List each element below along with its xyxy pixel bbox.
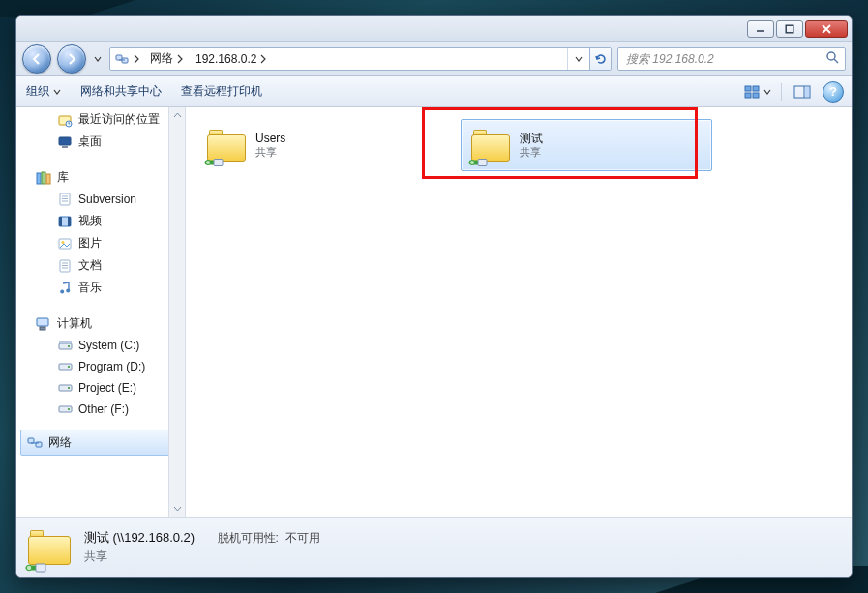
view-remote-printers-button[interactable]: 查看远程打印机 bbox=[179, 79, 264, 104]
forward-button[interactable] bbox=[57, 44, 86, 74]
svg-rect-53 bbox=[214, 160, 223, 166]
command-bar: 组织 网络和共享中心 查看远程打印机 ? bbox=[16, 76, 852, 107]
videos-icon bbox=[57, 214, 73, 229]
tree-label: 图片 bbox=[78, 235, 102, 252]
svg-rect-45 bbox=[59, 385, 72, 391]
minimize-button[interactable] bbox=[747, 20, 774, 38]
file-subtitle: 共享 bbox=[255, 146, 285, 160]
shared-folder-icon bbox=[207, 126, 246, 164]
file-subtitle: 共享 bbox=[520, 146, 543, 160]
svg-rect-28 bbox=[59, 217, 62, 226]
tree-item-subversion[interactable]: Subversion bbox=[16, 189, 185, 210]
details-status-label: 脱机可用性: bbox=[218, 531, 279, 545]
tree-item-drive-d[interactable]: Program (D:) bbox=[16, 356, 185, 377]
maximize-button[interactable] bbox=[776, 20, 803, 38]
tree-item-drive-f[interactable]: Other (F:) bbox=[16, 399, 185, 420]
search-icon bbox=[825, 50, 839, 68]
svg-rect-46 bbox=[68, 387, 70, 389]
file-name: 测试 bbox=[520, 132, 543, 146]
svg-rect-2 bbox=[116, 55, 122, 60]
tree-item-drive-c[interactable]: System (C:) bbox=[16, 335, 185, 356]
cmd-label: 网络和共享中心 bbox=[80, 83, 162, 100]
svg-rect-20 bbox=[37, 173, 41, 184]
tree-label: 计算机 bbox=[57, 315, 92, 332]
tree-item-computer[interactable]: 计算机 bbox=[16, 312, 185, 335]
tree-item-music[interactable]: 音乐 bbox=[16, 277, 185, 299]
organize-menu[interactable]: 组织 bbox=[24, 79, 63, 104]
tree-label: Project (E:) bbox=[78, 381, 136, 395]
drive-icon bbox=[57, 338, 73, 353]
tree-label: Subversion bbox=[78, 193, 136, 206]
view-mode-dropdown[interactable] bbox=[744, 85, 771, 99]
svg-point-52 bbox=[206, 161, 211, 165]
refresh-button[interactable] bbox=[589, 48, 611, 70]
navigation-toolbar: 网络 192.168.0.2 bbox=[16, 42, 852, 76]
sidebar-scrollbar[interactable] bbox=[168, 107, 185, 517]
titlebar bbox=[16, 16, 852, 42]
tree-item-pictures[interactable]: 图片 bbox=[16, 232, 185, 254]
svg-rect-40 bbox=[59, 343, 72, 349]
back-button[interactable] bbox=[22, 44, 51, 74]
address-bar[interactable]: 网络 192.168.0.2 bbox=[109, 47, 612, 71]
svg-rect-19 bbox=[62, 146, 68, 148]
tree-item-desktop[interactable]: 桌面 bbox=[16, 131, 185, 153]
network-icon bbox=[114, 51, 130, 67]
help-button[interactable]: ? bbox=[823, 81, 844, 103]
share-item-test[interactable]: 测试 共享 bbox=[461, 119, 712, 171]
svg-rect-21 bbox=[42, 172, 45, 184]
breadcrumb-network[interactable]: 网络 bbox=[144, 48, 190, 70]
breadcrumb-label: 网络 bbox=[150, 50, 173, 67]
svg-rect-42 bbox=[59, 341, 72, 343]
scroll-down-button[interactable] bbox=[169, 500, 185, 517]
svg-point-56 bbox=[26, 565, 32, 571]
svg-rect-1 bbox=[786, 25, 793, 33]
window-controls bbox=[747, 20, 848, 38]
search-box[interactable] bbox=[617, 47, 846, 71]
nav-tree: 最近访问的位置 桌面 库 Subversion 视频 bbox=[16, 107, 186, 517]
share-item-users[interactable]: Users 共享 bbox=[197, 119, 449, 171]
network-sharing-center-button[interactable]: 网络和共享中心 bbox=[78, 79, 164, 104]
shared-folder-icon bbox=[471, 126, 510, 164]
tree-item-network[interactable]: 网络 bbox=[20, 430, 181, 456]
tree-item-videos[interactable]: 视频 bbox=[16, 210, 185, 232]
svg-rect-38 bbox=[37, 318, 48, 326]
svg-point-5 bbox=[827, 52, 835, 60]
breadcrumb-root-icon[interactable] bbox=[110, 48, 144, 70]
tree-item-documents[interactable]: 文档 bbox=[16, 254, 185, 277]
tree-label: 最近访问的位置 bbox=[78, 111, 160, 128]
music-icon bbox=[57, 281, 73, 296]
tree-item-recent[interactable]: 最近访问的位置 bbox=[16, 108, 185, 131]
tree-item-libraries[interactable]: 库 bbox=[16, 166, 185, 189]
file-name: Users bbox=[255, 132, 285, 146]
shared-folder-icon bbox=[28, 526, 71, 569]
svg-rect-29 bbox=[68, 217, 71, 226]
cmd-label: 组织 bbox=[26, 83, 49, 100]
explorer-window: 网络 192.168.0.2 bbox=[15, 15, 853, 578]
details-pane: 测试 (\\192.168.0.2) 脱机可用性: 不可用 共享 bbox=[16, 517, 852, 577]
address-dropdown-button[interactable] bbox=[568, 48, 589, 70]
tree-item-drive-e[interactable]: Project (E:) bbox=[16, 377, 185, 399]
tree-label: 库 bbox=[57, 169, 69, 186]
svg-rect-13 bbox=[805, 87, 809, 97]
breadcrumb-host[interactable]: 192.168.0.2 bbox=[190, 48, 273, 70]
svg-rect-41 bbox=[68, 345, 70, 347]
close-button[interactable] bbox=[805, 20, 848, 38]
preview-pane-toggle[interactable] bbox=[792, 81, 813, 103]
body: 最近访问的位置 桌面 库 Subversion 视频 bbox=[16, 107, 852, 517]
tree-label: System (C:) bbox=[78, 339, 139, 352]
svg-rect-55 bbox=[478, 160, 487, 166]
pictures-icon bbox=[57, 236, 73, 252]
svg-point-37 bbox=[66, 288, 70, 292]
tree-label: Program (D:) bbox=[78, 360, 145, 373]
tree-label: 文档 bbox=[78, 257, 102, 274]
cmd-label: 查看远程打印机 bbox=[181, 83, 262, 100]
nav-history-dropdown[interactable] bbox=[92, 55, 104, 63]
svg-rect-39 bbox=[40, 327, 45, 330]
scroll-up-button[interactable] bbox=[169, 107, 185, 124]
svg-rect-48 bbox=[68, 408, 70, 410]
desktop-icon bbox=[57, 134, 73, 150]
content-pane[interactable]: Users 共享 测试 共享 bbox=[186, 107, 852, 517]
drive-icon bbox=[57, 380, 73, 396]
tree-label: 网络 bbox=[48, 434, 72, 451]
search-input[interactable] bbox=[624, 51, 820, 67]
